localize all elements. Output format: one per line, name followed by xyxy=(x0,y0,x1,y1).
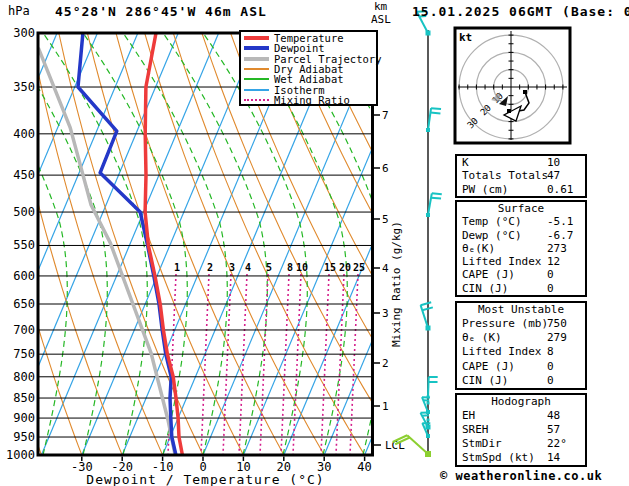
wet-adiabat-line xyxy=(603,33,629,455)
table-section-title: Most Unstable xyxy=(457,303,585,317)
pressure-tick-label: 550 xyxy=(13,238,35,252)
altitude-tick-label: 6 xyxy=(382,162,389,175)
wind-level-marker xyxy=(426,434,430,438)
table-row-value: 279 xyxy=(547,331,567,345)
hodograph-unit-label: kt xyxy=(459,31,472,44)
stats-table-hodograph: HodographEH48SREH57StmDir22°StmSpd (kt)1… xyxy=(455,393,587,467)
pressure-tick-label: 600 xyxy=(13,269,35,283)
table-row-value: -5.1 xyxy=(547,215,574,228)
legend: TemperatureDewpointParcel TrajectoryDry … xyxy=(239,30,378,106)
hodograph: 102030kt xyxy=(455,28,570,143)
table-row: CAPE (J)0 xyxy=(457,360,585,374)
table-row: StmDir22° xyxy=(457,437,585,451)
barb-feather xyxy=(431,108,441,109)
station-title: 45°28'N 286°45'W 46m ASL xyxy=(55,4,267,19)
table-row-label: Lifted Index xyxy=(462,345,541,358)
table-row: EH48 xyxy=(457,409,585,423)
table-row-label: PW (cm) xyxy=(462,183,508,196)
mixing-ratio-axis-label: Mixing Ratio (g/kg) xyxy=(390,221,403,347)
barb-feather xyxy=(431,198,441,199)
mixing-ratio-value-label: 1 xyxy=(174,262,180,273)
table-row-label: K xyxy=(462,156,469,169)
altitude-tick-label: 5 xyxy=(382,213,389,226)
table-row-label: θₑ (K) xyxy=(462,331,502,344)
pressure-tick-label: 750 xyxy=(13,347,35,361)
altitude-tick-label: 1 xyxy=(382,400,389,413)
table-row: CIN (J)0 xyxy=(457,374,585,388)
altitude-tick-label: 4 xyxy=(382,262,389,275)
mixing-ratio-value-label: 4 xyxy=(245,262,251,273)
table-row: Temp (°C)-5.1 xyxy=(457,215,585,228)
table-row-label: Totals Totals xyxy=(462,169,548,182)
legend-swatch-temperature xyxy=(244,36,269,40)
wind-level-marker xyxy=(426,410,430,414)
mixing-ratio-line xyxy=(201,274,209,455)
mixing-ratio-line xyxy=(281,274,289,455)
surface-level-marker xyxy=(425,451,431,457)
pressure-tick-label: 900 xyxy=(13,411,35,425)
hodograph-point-marker xyxy=(523,90,527,94)
table-row: K10 xyxy=(457,156,585,169)
legend-label: Mixing Ratio xyxy=(274,94,350,106)
mixing-ratio-line xyxy=(239,274,247,455)
legend-swatch-mixing_ratio xyxy=(244,99,269,101)
hodograph-point-marker xyxy=(507,109,511,113)
mixing-ratio-value-label: 2 xyxy=(207,262,213,273)
wind-level-marker xyxy=(427,396,430,399)
altitude-axis-unit: km xyxy=(374,1,387,13)
wind-barb xyxy=(421,302,433,328)
table-row-label: CIN (J) xyxy=(462,374,508,387)
table-row-value: 48 xyxy=(547,409,560,423)
table-row-label: Temp (°C) xyxy=(462,215,522,228)
pressure-tick-label: 950 xyxy=(13,430,35,444)
table-row: θₑ (K)279 xyxy=(457,331,585,345)
table-row-value: 750 xyxy=(547,317,567,331)
table-row-value: 0 xyxy=(547,374,554,388)
pressure-tick-label: 650 xyxy=(13,297,35,311)
table-row-value: 47 xyxy=(547,169,560,182)
mixing-ratio-value-label: 15 xyxy=(324,262,336,273)
table-row-label: Pressure (mb) xyxy=(462,317,548,330)
table-row-label: CAPE (J) xyxy=(462,268,515,281)
altitude-tick-label: 7 xyxy=(382,109,389,122)
legend-swatch-parcel xyxy=(244,57,269,61)
table-row-value: 12 xyxy=(547,255,560,268)
pressure-tick-label: 350 xyxy=(13,80,35,94)
table-row: Dewp (°C)-6.7 xyxy=(457,229,585,242)
table-row-value: 14 xyxy=(547,451,560,465)
table-row-label: SREH xyxy=(462,423,489,436)
skewt-sounding-app: 1234581015202530035040045050055060065070… xyxy=(0,0,629,486)
wind-barb xyxy=(428,377,438,397)
pressure-axis-unit: hPa xyxy=(8,4,30,18)
pressure-tick-label: 800 xyxy=(13,370,35,384)
pressure-tick-label: 400 xyxy=(13,127,35,141)
dry-adiabat-line xyxy=(59,33,203,455)
table-section-title: Surface xyxy=(457,202,585,215)
table-section-title: Hodograph xyxy=(457,395,585,409)
table-row-label: Lifted Index xyxy=(462,255,541,268)
table-row: θₑ(K)273 xyxy=(457,242,585,255)
table-row: Lifted Index12 xyxy=(457,255,585,268)
table-row-value: -6.7 xyxy=(547,229,574,242)
barb-staff xyxy=(428,377,429,397)
pressure-tick-label: 450 xyxy=(13,168,35,182)
temperature-axis-label: Dewpoint / Temperature (°C) xyxy=(38,472,373,486)
table-row: CAPE (J)0 xyxy=(457,268,585,281)
stats-table-indices: K10Totals Totals47PW (cm)0.61 xyxy=(455,154,587,198)
table-row-label: CAPE (J) xyxy=(462,360,515,373)
altitude-tick-label: 3 xyxy=(382,307,389,320)
barb-feather xyxy=(421,302,432,305)
table-row-value: 22° xyxy=(547,437,567,451)
wind-barb xyxy=(422,397,430,412)
legend-row: Mixing Ratio xyxy=(244,95,376,105)
table-row-value: 0 xyxy=(547,268,554,281)
dry-adiabat-line xyxy=(0,33,82,455)
table-row-label: θₑ(K) xyxy=(462,242,495,255)
table-row-value: 0 xyxy=(547,360,554,374)
barb-staff xyxy=(407,435,428,454)
altitude-tick-label: 2 xyxy=(382,357,389,370)
table-row: Lifted Index8 xyxy=(457,345,585,359)
table-row: Pressure (mb)750 xyxy=(457,317,585,331)
legend-swatch-isotherm xyxy=(244,89,269,91)
altitude-axis-ref: ASL xyxy=(371,14,391,26)
